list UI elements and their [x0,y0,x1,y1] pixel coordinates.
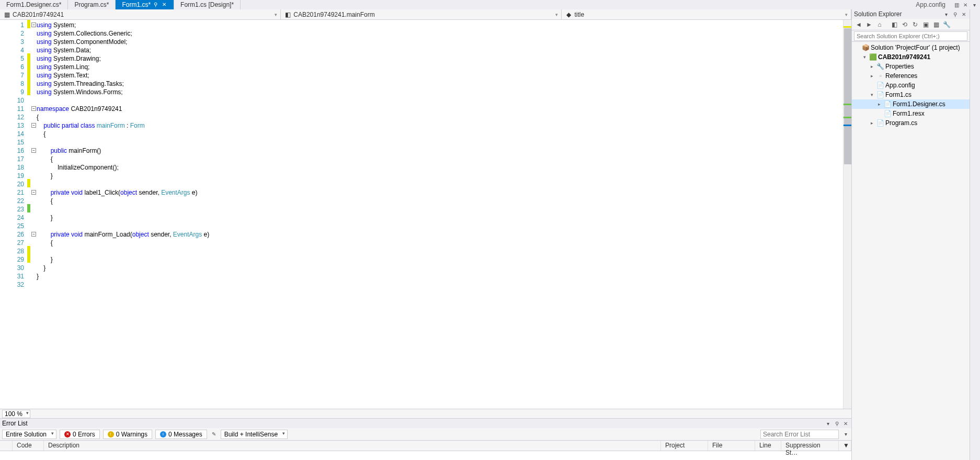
error-scope-combo[interactable]: Entire Solution [2,430,56,439]
clear-filter-icon[interactable]: ✎ [210,431,218,438]
col-project[interactable]: Project [661,441,708,451]
window-menu-icon[interactable]: ▾ [942,10,950,18]
error-list-search-input[interactable] [760,430,839,439]
expander-icon[interactable]: ▸ [869,120,875,126]
messages-filter-button[interactable]: i0 Messages [155,430,207,439]
outline-toggle[interactable]: − [31,106,36,111]
solution-explorer-toolbar: ◄ ► ⌂ ◧ ⟲ ↻ ▣ ▦ 🔧 [852,19,970,30]
properties-icon[interactable]: 🔧 [942,20,951,29]
tree-node-label: CAB201n9749241 [878,53,930,61]
close-icon[interactable]: ✕ [842,420,849,427]
file-icon: ▫️ [876,72,884,80]
tree-node[interactable]: 📄Form1.resx [852,109,970,118]
errors-filter-button[interactable]: ✕0 Errors [60,430,100,439]
zoom-value: 100 % [5,410,22,418]
col-code[interactable]: Code [13,441,44,451]
tree-node[interactable]: ▸📄Program.cs [852,118,970,128]
tab-form1-cs[interactable]: Form1.cs* ⚲ ✕ [116,0,174,9]
code-text[interactable]: using System;using System.Collections.Ge… [37,20,843,409]
close-preview-icon[interactable]: ✕ [962,1,969,8]
scope-icon[interactable]: ◧ [890,20,899,29]
vertical-scrollbar[interactable] [843,20,851,409]
error-scope-label: Entire Solution [6,431,47,438]
close-icon[interactable]: ✕ [960,10,967,18]
warnings-filter-button[interactable]: !0 Warnings [103,430,152,439]
expander-icon[interactable]: ▸ [869,64,875,69]
forward-icon[interactable]: ► [864,20,874,29]
col-line[interactable]: Line [755,441,781,451]
nav-class-combo[interactable]: ◧ CAB201n9749241.mainForm ▾ [281,9,562,19]
show-all-icon[interactable]: ▦ [931,20,941,29]
build-intellisense-combo[interactable]: Build + IntelliSense [221,430,288,439]
right-side-collapsed-tab[interactable] [970,9,980,460]
scroll-change-marker [844,26,851,28]
col-file[interactable]: File [708,441,755,451]
home-icon[interactable]: ⌂ [875,20,884,29]
error-list-header[interactable]: Error List ▾ ⚲ ✕ [0,419,851,428]
error-list-panel: Error List ▾ ⚲ ✕ Entire Solution ✕0 Erro… [0,418,851,460]
chevron-down-icon: ▾ [275,12,277,17]
editor-tab-strip: Form1.Designer.cs* Program.cs* Form1.cs*… [0,0,980,9]
solution-tree[interactable]: 📦Solution 'ProjectFour' (1 project)▾🟩CAB… [852,42,970,460]
tab-form1-design[interactable]: Form1.cs [Design]* [174,0,241,9]
sync-icon[interactable]: ⟲ [900,20,909,29]
tab-form1-designer[interactable]: Form1.Designer.cs* [0,0,68,9]
expander-icon[interactable]: ▸ [869,73,875,78]
code-editor[interactable]: 1234567891011121314151617181920212223242… [0,20,851,409]
preview-tab-appconfig[interactable]: App.config [910,1,951,9]
tree-node[interactable]: ▸▫️References [852,71,970,81]
tab-program[interactable]: Program.cs* [68,0,116,9]
tree-node[interactable]: ▾🟩CAB201n9749241 [852,52,970,62]
tree-node-label: Form1.cs [885,91,911,98]
tree-node[interactable]: ▸📄Form1.Designer.cs [852,99,970,109]
error-list-title: Error List [2,420,28,427]
solution-explorer-title-bar[interactable]: Solution Explorer ▾ ⚲ ✕ [852,9,970,19]
pin-icon[interactable]: ⚲ [951,10,959,18]
tree-node[interactable]: 📄App.config [852,81,970,90]
outline-toggle[interactable]: − [31,190,36,195]
col-icon[interactable] [0,441,13,451]
dropdown-icon[interactable]: ▾ [971,1,978,8]
col-filter-icon[interactable]: ▼ [839,441,851,451]
col-suppression[interactable]: Suppression St… [781,441,839,451]
tree-node[interactable]: 📦Solution 'ProjectFour' (1 project) [852,43,970,52]
outline-toggle[interactable]: − [31,23,36,27]
pin-icon[interactable]: ⚲ [154,2,159,7]
solution-search-input[interactable] [854,31,967,41]
outline-toggle[interactable]: − [31,123,36,128]
field-icon: ◆ [565,11,572,18]
back-icon[interactable]: ◄ [854,20,863,29]
nav-member-label: title [574,11,584,18]
refresh-icon[interactable]: ↻ [910,20,920,29]
search-dropdown-icon[interactable]: ▾ [842,431,849,438]
editor-zoom-bar: 100 % [0,409,851,418]
warnings-count-label: 0 Warnings [116,431,147,438]
promote-icon[interactable]: ▥ [953,1,960,8]
solution-explorer-title: Solution Explorer [854,10,902,18]
nav-project-combo[interactable]: ▦ CAB201n9749241 ▾ [0,9,281,19]
outline-toggle[interactable]: − [31,232,36,237]
scroll-caret-marker [844,125,851,126]
outline-toggle[interactable]: − [31,148,36,153]
tree-node[interactable]: ▸🔧Properties [852,62,970,71]
zoom-combo[interactable]: 100 % [2,410,30,418]
scroll-thumb[interactable] [844,28,851,164]
file-icon: 📄 [876,91,884,98]
nav-member-combo[interactable]: ◆ title ▾ [562,9,851,19]
tree-node-label: Form1.Designer.cs [893,100,945,108]
error-icon: ✕ [64,431,71,437]
expander-icon[interactable]: ▸ [876,102,882,107]
collapse-all-icon[interactable]: ▣ [921,20,930,29]
outlining-margin[interactable]: −−−−−− [30,20,37,409]
tree-node[interactable]: ▾📄Form1.cs [852,90,970,99]
expander-icon[interactable]: ▾ [861,54,868,60]
expander-icon[interactable]: ▾ [869,92,875,97]
error-list-toolbar: Entire Solution ✕0 Errors !0 Warnings i0… [0,428,851,441]
col-description[interactable]: Description [44,441,661,451]
window-menu-icon[interactable]: ▾ [824,420,831,427]
file-icon: 📄 [876,119,884,127]
close-icon[interactable]: ✕ [162,2,167,7]
messages-count-label: 0 Messages [168,431,202,438]
pin-icon[interactable]: ⚲ [833,420,840,427]
code-nav-bar: ▦ CAB201n9749241 ▾ ◧ CAB201n9749241.main… [0,9,851,20]
